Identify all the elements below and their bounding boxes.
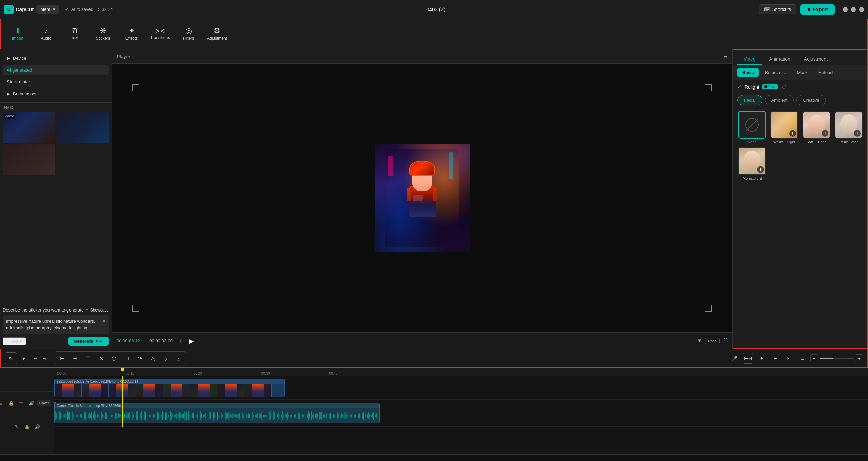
audio-label: Audio xyxy=(41,36,52,41)
perm-ater-download-icon[interactable]: ⬇ xyxy=(854,130,861,137)
player-area[interactable] xyxy=(112,64,732,332)
subtitle-button[interactable]: ⊡ xyxy=(783,353,794,364)
sidebar-item-device[interactable]: ▶ Device xyxy=(3,53,109,63)
mirror-button[interactable]: △ xyxy=(146,352,159,364)
sub-tab-remove[interactable]: Remove ... xyxy=(760,68,791,77)
toolbar-import[interactable]: ⬇ Import xyxy=(4,21,31,47)
relight-item-warm-light[interactable]: ⬇ Warm ...Light xyxy=(770,111,799,144)
toolbar-effects[interactable]: ✦ Effects xyxy=(118,21,145,47)
close-button[interactable] xyxy=(859,7,864,12)
logo-icon: C xyxy=(4,5,14,14)
minimize-button[interactable] xyxy=(843,7,848,12)
clear-input-icon[interactable]: ✕ xyxy=(102,318,106,324)
player-header: Player ☰ xyxy=(112,49,732,64)
timeline-toolbar: ↖ ▾ ↩ ↪ ⊢ ⊣ ⊤ ✕ ⬡ □ ↷ △ ◇ ⊡ 🎤 ⊢⊣ ✦ ⊶ ⊡ ▭… xyxy=(0,349,868,368)
player-menu-icon[interactable]: ☰ xyxy=(724,54,728,59)
toolbar-stickers[interactable]: ❋ Stickers xyxy=(90,21,117,47)
tab-animation[interactable]: Animation xyxy=(763,54,796,65)
adjust-button[interactable]: ⇄ Adjust xyxy=(3,337,26,345)
char-helmet xyxy=(409,161,435,176)
select-chevron[interactable]: ▾ xyxy=(18,352,30,364)
relight-mode-creative[interactable]: Creative xyxy=(796,95,826,105)
eye-icon[interactable]: 👁 xyxy=(18,399,25,407)
zoom-out-button[interactable]: − xyxy=(810,354,818,362)
relight-item-none[interactable]: None xyxy=(737,111,767,144)
audio-volume-icon[interactable]: 🔊 xyxy=(34,423,41,430)
add-to-timeline-icon[interactable]: ⊞ xyxy=(0,399,5,407)
sidebar-item-brand-assets[interactable]: ▶ Brand assets xyxy=(3,88,109,99)
media-thumb-3[interactable] xyxy=(3,144,55,175)
top-right-controls: ⌨ Shortcuts ⬆ Export xyxy=(759,4,864,15)
sub-tab-retouch[interactable]: Retouch xyxy=(814,68,840,77)
sticker-input-area[interactable]: Impressive nature unrealistic nature won… xyxy=(3,315,109,334)
stabilize-button[interactable]: ◇ xyxy=(159,352,172,364)
text-label: Text xyxy=(71,35,78,40)
split-track-button[interactable]: ⊢⊣ xyxy=(743,353,753,364)
relight-mode-facial[interactable]: Facial xyxy=(737,95,762,105)
clip-frame-2 xyxy=(82,384,109,397)
mic-button[interactable]: 🎤 xyxy=(729,353,740,364)
frame-char-3 xyxy=(116,384,128,397)
menu-button[interactable]: Menu ▾ xyxy=(36,5,59,14)
toolbar-transitions[interactable]: ⊳⊲ Transitions xyxy=(146,21,174,47)
video-clip[interactable]: 9921c85912cbdd2f7eff1eb33ae1f6b4.png 00:… xyxy=(54,379,285,397)
add-track-button[interactable]: ✦ xyxy=(756,353,767,364)
audio-clip[interactable]: Game: Classic Startup: Loop Play(862569) xyxy=(54,403,380,423)
redo-button[interactable]: ↪ xyxy=(41,354,49,362)
toolbar-text[interactable]: TI Text xyxy=(61,21,88,47)
relight-item-morni-light[interactable]: ⬇ Morni...light xyxy=(737,147,767,181)
audio-lock-icon[interactable]: 🔒 xyxy=(23,423,31,430)
reverse-button[interactable]: ↷ xyxy=(134,352,146,364)
media-thumb-2[interactable] xyxy=(57,112,109,143)
warm-light-download-icon[interactable]: ⬇ xyxy=(789,130,796,137)
caption-button[interactable]: ▭ xyxy=(797,353,808,364)
split-button[interactable]: ⊢ xyxy=(56,352,68,364)
select-button[interactable]: ↖ xyxy=(5,352,17,364)
soft-face-download-icon[interactable]: ⬇ xyxy=(822,130,828,137)
transform-button[interactable]: ⊡ xyxy=(172,352,184,364)
cover-label[interactable]: Cover xyxy=(37,400,51,406)
zoom-in-button[interactable]: + xyxy=(855,354,863,362)
play-button[interactable]: ▶ xyxy=(189,337,194,345)
trim-left-button[interactable]: ⊣ xyxy=(69,352,81,364)
timeline-ruler: |00:00 |00:10 |00:20 |00:30 |00:40 xyxy=(54,368,868,376)
undo-button[interactable]: ↩ xyxy=(31,354,39,362)
relight-checkbox[interactable]: ✓ xyxy=(737,84,742,90)
time-separator xyxy=(144,338,145,343)
ratio-button[interactable]: Ratio xyxy=(705,338,720,344)
showcase-button[interactable]: ✦ Showcase xyxy=(85,308,109,313)
media-thumb-1[interactable]: game xyxy=(3,112,55,143)
crop-button[interactable]: □ xyxy=(121,352,133,364)
shortcuts-button[interactable]: ⌨ Shortcuts xyxy=(759,4,796,14)
sub-tab-basic[interactable]: Basic xyxy=(737,68,759,77)
transitions-label: Transitions xyxy=(150,35,170,40)
generate-button[interactable]: Generate Free xyxy=(68,337,109,346)
freeze-button[interactable]: ⬡ xyxy=(108,352,120,364)
tab-video[interactable]: Video xyxy=(737,54,762,65)
link-button[interactable]: ⊶ xyxy=(770,353,781,364)
toolbar-adjustment[interactable]: ⚙ Adjustment xyxy=(203,21,231,47)
relight-mode-ambient[interactable]: Ambient xyxy=(765,95,794,105)
tab-adjustment[interactable]: Adjustment xyxy=(798,54,834,65)
relight-item-perm-ater[interactable]: ⬇ Perm...ater xyxy=(834,111,863,144)
audio-sync-icon[interactable]: ↻ xyxy=(13,423,21,430)
sidebar-item-ai-generated[interactable]: AI generated xyxy=(3,65,109,75)
toolbar-audio[interactable]: ♪ Audio xyxy=(33,21,60,47)
toolbar-filters[interactable]: ◎ Filters xyxy=(175,21,202,47)
time-total: 00:00:32:00 xyxy=(149,338,173,343)
lock-icon[interactable]: 🔒 xyxy=(7,399,15,407)
export-button[interactable]: ⬆ Export xyxy=(800,4,835,15)
sub-tab-mask[interactable]: Mask xyxy=(792,68,812,77)
fit-icon[interactable]: ⊞ xyxy=(698,338,702,344)
zoom-bar[interactable] xyxy=(820,358,854,359)
frame-char-6 xyxy=(198,384,210,397)
volume-icon[interactable]: 🔊 xyxy=(28,399,35,407)
fullscreen-icon[interactable]: ⛶ xyxy=(723,338,728,344)
maximize-button[interactable] xyxy=(851,7,856,12)
delete-button[interactable]: ✕ xyxy=(95,352,107,364)
trim-right-button[interactable]: ⊤ xyxy=(82,352,94,364)
shortcuts-label: Shortcuts xyxy=(772,7,791,12)
grid-icon[interactable]: ⊞ xyxy=(179,338,182,343)
sidebar-item-stock-materials[interactable]: Stock mater... xyxy=(3,77,109,87)
relight-item-soft-face[interactable]: ⬇ Soft ... Face xyxy=(802,111,831,144)
